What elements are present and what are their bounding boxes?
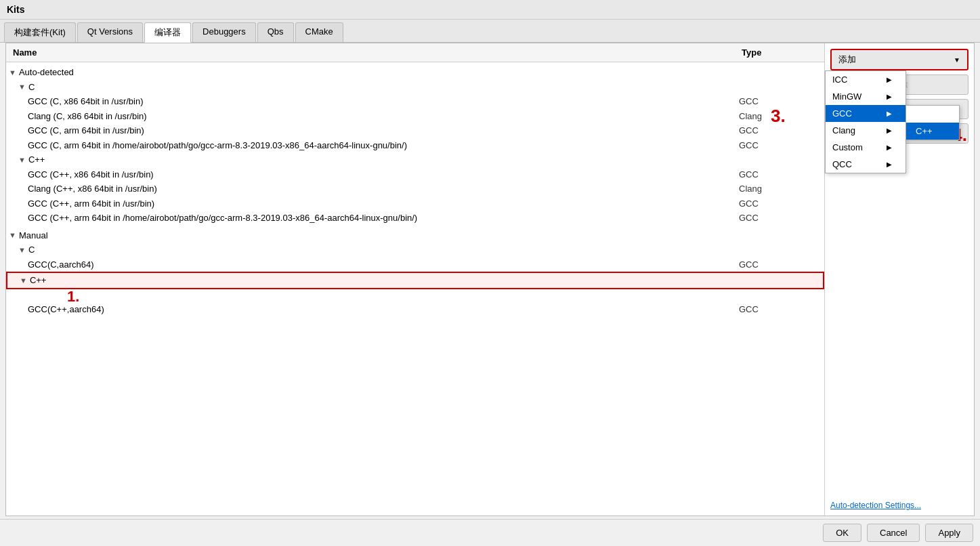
- gcc-cpp-arm-long-row[interactable]: GCC (C++, arm 64bit in /home/airobot/pat…: [6, 211, 824, 226]
- cancel-button[interactable]: Cancel: [867, 524, 920, 542]
- sub-arrow-icon: ▶: [887, 127, 892, 134]
- clang-cpp-x86-label: Clang (C++, x86 64bit in /usr/bin): [28, 182, 739, 196]
- gcc-c-x86-label: GCC (C, x86 64bit in /usr/bin): [28, 95, 739, 108]
- gcc-cpp-x86-row[interactable]: GCC (C++, x86 64bit in /usr/bin) GCC: [6, 167, 824, 182]
- gcc-cpp-aarch64-row[interactable]: GCC(C++,aarch64) GCC: [6, 302, 824, 317]
- gcc-cpp-arm-long-label: GCC (C++, arm 64bit in /home/airobot/pat…: [28, 211, 739, 225]
- auto-detected-row[interactable]: ▼ Auto-detected: [6, 65, 824, 80]
- c-group-label: C: [28, 81, 820, 94]
- manual-cpp-group-row[interactable]: ▼ C++: [6, 272, 824, 289]
- dropdown-custom[interactable]: Custom ▶: [826, 139, 906, 156]
- dropdown-mingw[interactable]: MinGW ▶: [826, 88, 906, 105]
- clang-cpp-x86-type: Clang: [739, 182, 820, 196]
- submenu-cpp[interactable]: C++: [906, 123, 959, 140]
- manual-c-group-label: C: [28, 243, 820, 257]
- section-manual: ▼ Manual ▼ C GCC(C,aarch64) GCC ▼: [6, 227, 824, 318]
- cpp-auto-group-label: C++: [28, 153, 820, 167]
- gcc-submenu: C C++: [906, 105, 960, 140]
- gcc-cpp-x86-label: GCC (C++, x86 64bit in /usr/bin): [28, 168, 739, 182]
- dropdown-arrow-icon: ▼: [954, 56, 960, 64]
- cpp-auto-group-row[interactable]: ▼ C++: [6, 152, 824, 167]
- c-group-row[interactable]: ▼ C: [6, 80, 824, 95]
- manual-c-group-row[interactable]: ▼ C: [6, 243, 824, 257]
- sub-arrow-icon: ▶: [887, 93, 892, 100]
- add-button[interactable]: 添加 ▼: [830, 49, 968, 70]
- dropdown-clang[interactable]: Clang ▶: [826, 122, 906, 139]
- main-dropdown: ICC ▶ MinGW ▶ GCC ▶ C C++: [825, 70, 906, 173]
- tab-kit[interactable]: 构建套件(Kit): [4, 22, 76, 42]
- expand-arrow-cpp-auto: ▼: [18, 154, 26, 166]
- gcc-c-arm-long-label: GCC (C, arm 64bit in /home/airobot/path/…: [28, 139, 739, 152]
- tree-body: ▼ Auto-detected ▼ C GCC (C, x86 64bit in…: [6, 62, 824, 516]
- submenu-c[interactable]: C: [906, 106, 959, 123]
- annotation-2: 2.: [974, 43, 975, 64]
- manual-label: Manual: [19, 229, 820, 243]
- right-panel: 2. 添加 ▼ 删除 重命名 克隆 3. ICC: [825, 43, 974, 516]
- auto-detected-label: Auto-detected: [19, 66, 820, 79]
- add-button-label: 添加: [838, 54, 856, 66]
- expand-arrow-manual: ▼: [9, 230, 16, 241]
- tabs-bar: 构建套件(Kit) Qt Versions 编译器 Debuggers Qbs …: [0, 20, 980, 43]
- tab-cmake[interactable]: CMake: [295, 22, 343, 42]
- dropdown-gcc[interactable]: GCC ▶ C C++: [826, 105, 906, 122]
- dropdown-qcc[interactable]: QCC ▶: [826, 156, 906, 173]
- add-button-container: 添加 ▼: [830, 49, 968, 70]
- sub-arrow-icon: ▶: [887, 76, 892, 83]
- gcc-c-arm-long-type: GCC: [739, 139, 820, 152]
- tab-qt-versions[interactable]: Qt Versions: [77, 22, 143, 42]
- col-header-name: Name: [10, 46, 739, 59]
- bottom-bar: OK Cancel Apply: [0, 519, 980, 546]
- expand-arrow-manual-cpp: ▼: [20, 275, 27, 287]
- gcc-c-x86-row[interactable]: GCC (C, x86 64bit in /usr/bin) GCC: [6, 94, 824, 109]
- sub-arrow-icon: ▶: [887, 144, 892, 151]
- gcc-cpp-x86-type: GCC: [739, 168, 820, 182]
- col-header-type: Type: [739, 46, 820, 59]
- gcc-cpp-arm-type: GCC: [739, 197, 820, 211]
- gcc-c-arm-long-row[interactable]: GCC (C, arm 64bit in /home/airobot/path/…: [6, 138, 824, 153]
- gcc-c-aarch64-row[interactable]: GCC(C,aarch64) GCC: [6, 257, 824, 272]
- main-window: Kits 构建套件(Kit) Qt Versions 编译器 Debuggers…: [0, 0, 980, 546]
- tree-area: Name Type ▼ Auto-detected ▼ C GC: [6, 43, 825, 516]
- gcc-c-arm-row[interactable]: GCC (C, arm 64bit in /usr/bin) GCC: [6, 123, 824, 138]
- expand-arrow: ▼: [9, 67, 16, 79]
- main-content: Name Type ▼ Auto-detected ▼ C GC: [5, 43, 975, 516]
- expand-arrow-manual-c: ▼: [18, 245, 26, 256]
- gcc-cpp-aarch64-type: GCC: [739, 303, 820, 316]
- gcc-c-aarch64-label: GCC(C,aarch64): [28, 258, 739, 272]
- tab-debuggers[interactable]: Debuggers: [192, 22, 256, 42]
- sub-arrow-icon: ▶: [887, 110, 892, 117]
- dropdown-icc[interactable]: ICC ▶: [826, 71, 906, 88]
- annotation-3: 3.: [771, 106, 786, 127]
- gcc-cpp-arm-long-type: GCC: [739, 211, 820, 225]
- gcc-c-arm-label: GCC (C, arm 64bit in /usr/bin): [28, 124, 739, 138]
- clang-cpp-x86-row[interactable]: Clang (C++, x86 64bit in /usr/bin) Clang: [6, 182, 824, 196]
- tree-header: Name Type: [6, 43, 824, 62]
- annotation-1: 1.: [67, 285, 79, 308]
- gcc-c-aarch64-type: GCC: [739, 258, 820, 272]
- gcc-cpp-aarch64-label: GCC(C++,aarch64): [28, 303, 739, 316]
- clang-c-x86-row[interactable]: Clang (C, x86 64bit in /usr/bin) Clang: [6, 109, 824, 124]
- gcc-cpp-arm-label: GCC (C++, arm 64bit in /usr/bin): [28, 197, 739, 211]
- expand-arrow-c: ▼: [18, 81, 26, 93]
- section-auto-detected: ▼ Auto-detected ▼ C GCC (C, x86 64bit in…: [6, 64, 824, 227]
- manual-row[interactable]: ▼ Manual: [6, 228, 824, 243]
- manual-cpp-group-label: C++: [30, 274, 819, 287]
- tab-compiler[interactable]: 编译器: [144, 22, 191, 43]
- window-title: Kits: [0, 0, 980, 20]
- sub-arrow-icon: ▶: [887, 161, 892, 168]
- gcc-cpp-arm-row[interactable]: GCC (C++, arm 64bit in /usr/bin) GCC: [6, 196, 824, 211]
- clang-c-x86-label: Clang (C, x86 64bit in /usr/bin): [28, 110, 739, 123]
- auto-detect-link[interactable]: Auto-detection Settings...: [830, 501, 968, 510]
- apply-button[interactable]: Apply: [925, 524, 973, 542]
- ok-button[interactable]: OK: [823, 524, 861, 542]
- tab-qbs[interactable]: Qbs: [257, 22, 294, 42]
